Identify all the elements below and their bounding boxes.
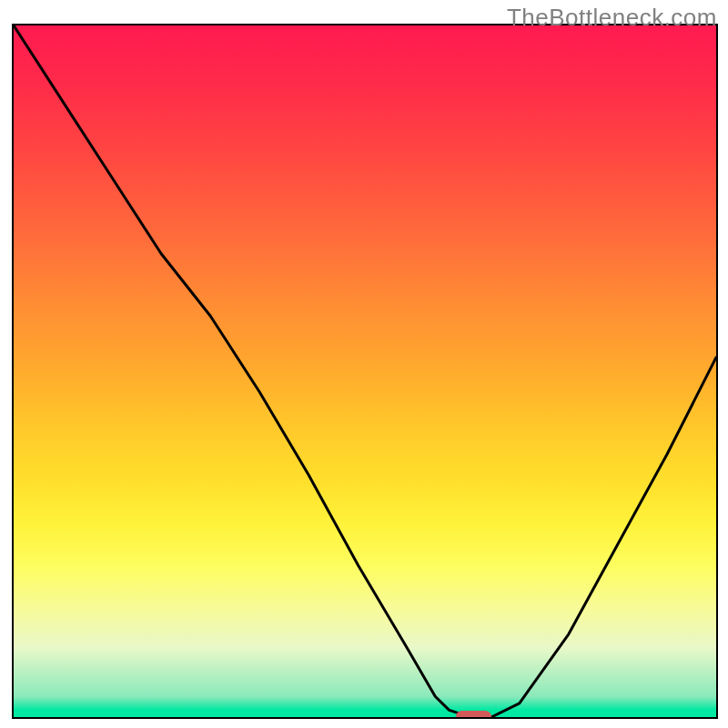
plot-area <box>12 24 718 719</box>
chart-frame: TheBottleneck.com <box>0 0 728 728</box>
watermark-text: TheBottleneck.com <box>507 4 717 32</box>
optimal-floor-marker <box>456 711 491 719</box>
bottleneck-curve-svg <box>14 25 716 717</box>
bottleneck-curve <box>14 25 716 717</box>
